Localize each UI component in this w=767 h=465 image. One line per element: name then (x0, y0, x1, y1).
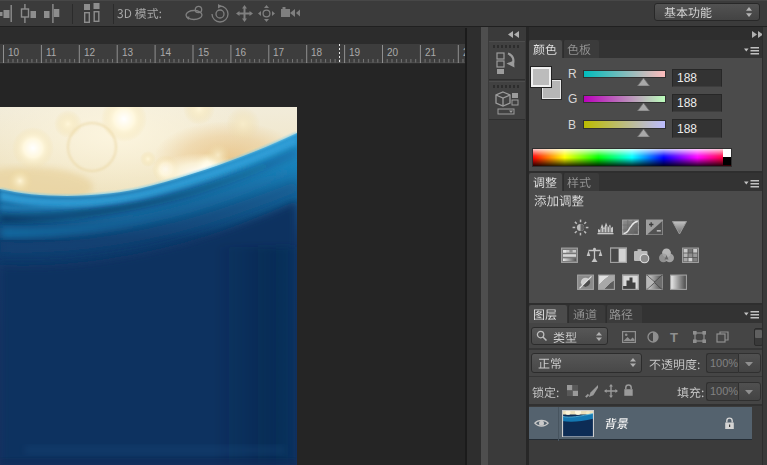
svg-text:10: 10 (8, 47, 20, 58)
svg-text:15: 15 (198, 47, 210, 58)
svg-text:19: 19 (349, 47, 361, 58)
svg-text:20: 20 (387, 47, 399, 58)
svg-text:13: 13 (122, 47, 134, 58)
svg-text:18: 18 (311, 47, 323, 58)
svg-text:14: 14 (160, 47, 172, 58)
svg-text:16: 16 (235, 47, 247, 58)
svg-text:17: 17 (273, 47, 285, 58)
svg-text:11: 11 (46, 47, 57, 58)
svg-text:12: 12 (84, 47, 96, 58)
svg-text:21: 21 (425, 47, 437, 58)
